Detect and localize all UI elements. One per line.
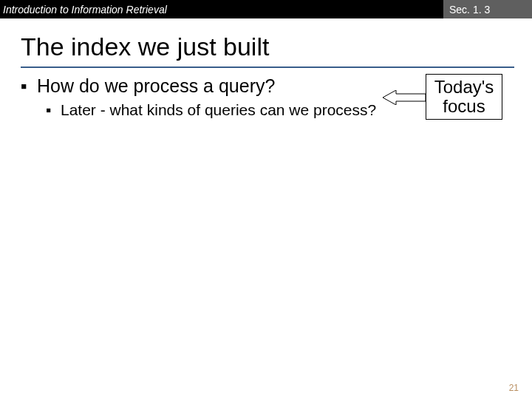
slide-title: The index we just built (21, 33, 269, 61)
section-label: Sec. 1. 3 (443, 0, 532, 18)
callout-box: Today's focus (426, 74, 502, 120)
square-bullet-icon: ▪ (21, 75, 37, 97)
callout-line1: Today's (434, 77, 494, 97)
bullet-text: Later - what kinds of queries can we pro… (61, 101, 376, 119)
course-title: Introduction to Information Retrieval (0, 4, 443, 16)
page-number: 21 (509, 383, 519, 393)
header-bar: Introduction to Information Retrieval Se… (0, 0, 532, 18)
slide: Introduction to Information Retrieval Se… (0, 0, 532, 399)
title-rule (21, 66, 514, 68)
svg-marker-0 (383, 90, 426, 105)
arrow-left-icon (383, 90, 426, 105)
callout-line2: focus (443, 96, 485, 116)
bullet-text: How do we process a query? (37, 75, 275, 97)
square-bullet-icon: ▪ (46, 101, 61, 119)
